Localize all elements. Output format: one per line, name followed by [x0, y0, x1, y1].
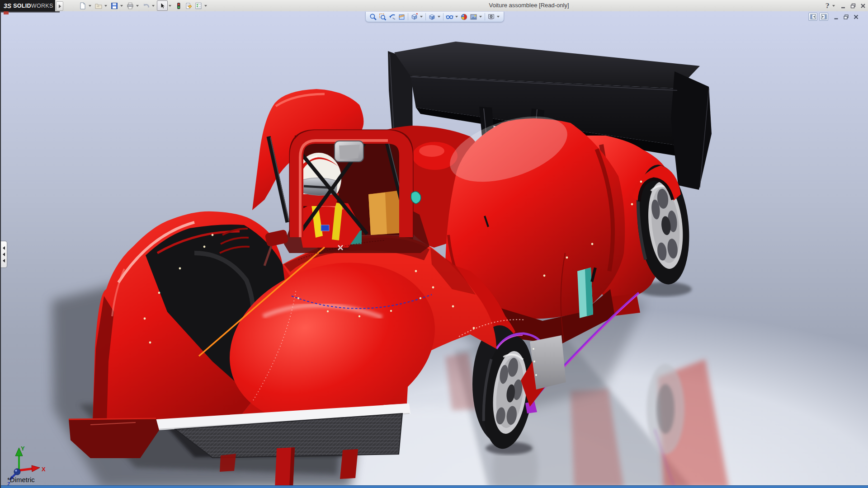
save-icon: [111, 2, 118, 9]
flyout-triangle-icon: [59, 5, 61, 8]
open-dropdown[interactable]: [104, 1, 108, 10]
restore-icon: [850, 3, 856, 9]
zoom-to-area-button[interactable]: [378, 12, 387, 21]
document-window-controls: [808, 13, 860, 21]
display-style-dropdown[interactable]: [437, 12, 441, 22]
previous-view-button[interactable]: [387, 12, 397, 21]
new-dropdown[interactable]: [88, 1, 92, 10]
rebuild-button[interactable]: [174, 1, 184, 10]
select-button[interactable]: [157, 0, 168, 11]
pane-left-icon: [810, 14, 816, 19]
save-dropdown[interactable]: [119, 1, 124, 10]
section-view-button[interactable]: [397, 12, 406, 21]
close-icon: [860, 3, 866, 9]
select-cursor-icon: [159, 2, 166, 9]
view-orientation-label: *Dimetric: [7, 476, 35, 483]
help-dropdown[interactable]: [831, 1, 836, 10]
solidworks-logo: 3S SOLIDWORKS: [0, 0, 55, 11]
hide-show-dropdown[interactable]: [454, 12, 459, 22]
hide-show-items-icon: [446, 13, 453, 21]
document-close-button[interactable]: [852, 13, 860, 20]
save-button[interactable]: [109, 1, 119, 10]
minimize-icon: [840, 3, 846, 9]
pane-right-icon: [821, 14, 827, 19]
view-orientation-button[interactable]: [410, 12, 419, 21]
graphics-area[interactable]: Y X Z *Dimetric: [0, 11, 868, 488]
splitter-post-2: [340, 449, 358, 479]
toolbar-separator: [443, 13, 443, 20]
display-style-button[interactable]: [427, 12, 437, 21]
view-settings-icon: [487, 13, 495, 21]
print-dropdown[interactable]: [135, 1, 140, 10]
display-style-icon: [428, 13, 436, 21]
document-minimize-button[interactable]: [832, 13, 840, 20]
undo-dropdown[interactable]: [151, 1, 156, 10]
document-restore-icon: [843, 14, 849, 20]
toolbar-separator: [485, 13, 485, 20]
edit-appearance-button[interactable]: [459, 12, 469, 21]
headsup-view-toolbar: [365, 12, 504, 22]
menu-flyout-arrow[interactable]: [56, 1, 63, 11]
previous-view-icon: [388, 13, 396, 21]
section-view-icon: [398, 13, 406, 21]
solidworks-window: 3S SOLIDWORKS: [0, 0, 868, 488]
toolbar-separator: [425, 13, 426, 20]
print-icon: [127, 2, 134, 9]
new-document-icon: [79, 2, 86, 9]
logo-text-light: WORKS: [31, 3, 53, 9]
rear-view-mirror[interactable]: [335, 141, 363, 162]
svg-text:Y: Y: [21, 445, 25, 452]
apply-scene-button[interactable]: [469, 12, 478, 21]
3ds-logo-icon: 3S: [4, 2, 11, 9]
close-button[interactable]: [859, 2, 867, 10]
options-button[interactable]: [193, 1, 203, 10]
file-properties-icon: [185, 2, 192, 9]
help-button[interactable]: ?: [823, 2, 831, 10]
toolbar-separator: [408, 13, 408, 20]
pane-left-button[interactable]: [808, 13, 817, 21]
document-restore-button[interactable]: [842, 13, 850, 20]
pane-right-button[interactable]: [819, 13, 828, 21]
restore-button[interactable]: [849, 2, 857, 10]
view-orientation-dropdown[interactable]: [419, 12, 424, 22]
minimize-button[interactable]: [839, 2, 847, 10]
options-dropdown[interactable]: [203, 1, 208, 10]
window-title: Voiture assomblee [Read-only]: [457, 2, 601, 9]
open-button[interactable]: [94, 1, 104, 10]
featuremanager-collapse-tab[interactable]: [1, 241, 7, 268]
open-icon: [95, 2, 102, 9]
view-orientation-icon: [410, 13, 418, 21]
triad-x-axis: X: [19, 465, 46, 473]
window-controls: ?: [821, 0, 867, 11]
new-document-button[interactable]: [78, 1, 88, 10]
harness-buckle: [321, 225, 329, 231]
zoom-to-fit-icon: [369, 13, 377, 21]
rebuild-traffic-light-icon: [175, 2, 182, 9]
standard-toolbar: [78, 1, 209, 10]
svg-text:X: X: [42, 466, 46, 473]
hide-show-items-button[interactable]: [445, 12, 454, 21]
edit-appearance-icon: [460, 13, 468, 21]
print-button[interactable]: [125, 1, 135, 10]
apply-scene-icon: [470, 13, 477, 21]
apply-scene-dropdown[interactable]: [478, 12, 483, 22]
viewport-bottom-border: [1, 485, 868, 488]
view-settings-button[interactable]: [486, 12, 496, 21]
collapse-arrow-icon: [3, 246, 5, 250]
triad-y-axis: Y: [15, 445, 25, 470]
zoom-to-fit-button[interactable]: [368, 12, 378, 21]
collapse-arrow-icon: [3, 259, 5, 263]
undo-button[interactable]: [141, 1, 151, 10]
zoom-to-area-icon: [379, 13, 387, 21]
collapse-arrow-icon: [3, 253, 5, 256]
document-close-icon: [853, 14, 859, 20]
undo-icon: [142, 2, 150, 9]
select-dropdown[interactable]: [168, 1, 172, 10]
view-settings-dropdown[interactable]: [496, 12, 500, 22]
cockpit[interactable]: [269, 130, 429, 253]
options-icon: [195, 2, 202, 9]
document-minimize-icon: [833, 14, 839, 20]
3d-model-render[interactable]: [1, 11, 868, 488]
file-properties-button[interactable]: [184, 1, 193, 10]
side-gray-panel: [530, 335, 566, 389]
